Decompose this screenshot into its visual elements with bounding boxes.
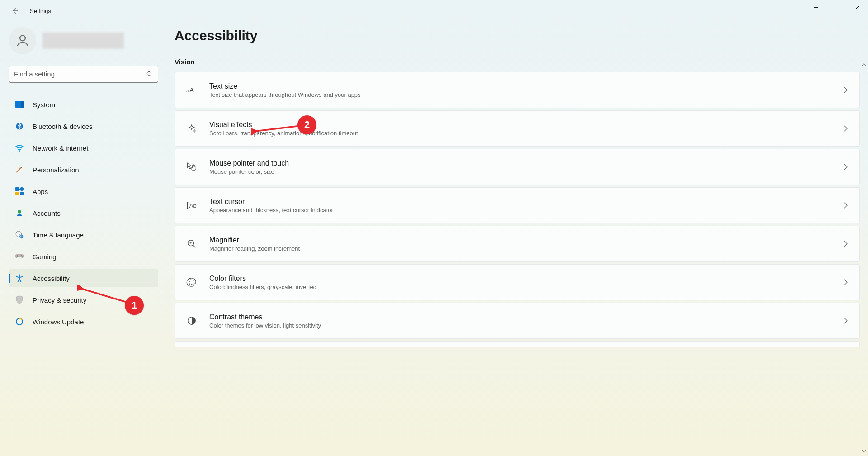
clock-globe-icon [14, 230, 24, 240]
magnifier-icon [186, 238, 198, 250]
settings-cards: AA Text size Text size that appears thro… [175, 72, 860, 347]
card-text: Color filters Colorblindness filters, gr… [209, 275, 843, 290]
sidebar-item-network[interactable]: Network & internet [9, 139, 158, 157]
close-button[interactable] [847, 0, 868, 14]
svg-text:A: A [189, 86, 194, 94]
svg-rect-0 [814, 7, 818, 8]
minimize-icon [813, 5, 819, 10]
palette-icon [186, 276, 198, 288]
card-mouse-pointer[interactable]: Mouse pointer and touch Mouse pointer co… [175, 149, 860, 185]
chevron-right-icon [843, 240, 849, 247]
sidebar-item-label: System [33, 101, 55, 109]
contrast-icon [186, 315, 198, 327]
chevron-right-icon [843, 125, 849, 132]
cursor-hand-icon [186, 161, 198, 173]
card-text: Text size Text size that appears through… [209, 82, 843, 98]
annotation-arrow-2 [251, 122, 305, 136]
card-title: Text cursor [209, 198, 843, 206]
sidebar-item-windows-update[interactable]: Windows Update [9, 313, 158, 331]
sidebar-item-personalization[interactable]: Personalization [9, 161, 158, 179]
minimize-button[interactable] [806, 0, 826, 14]
sidebar-item-bluetooth[interactable]: Bluetooth & devices [9, 117, 158, 135]
text-size-icon: AA [186, 84, 198, 96]
svg-text:A: A [186, 89, 189, 93]
back-button[interactable] [10, 5, 21, 16]
chevron-right-icon [843, 163, 849, 171]
svg-point-10 [22, 256, 23, 257]
card-text: Magnifier Magnifier reading, zoom increm… [209, 236, 843, 252]
chevron-right-icon [843, 279, 849, 286]
chevron-right-icon [843, 86, 849, 94]
svg-point-9 [21, 255, 22, 256]
scroll-down-button[interactable] [862, 449, 866, 453]
svg-point-11 [19, 275, 20, 276]
card-desc: Magnifier reading, zoom increment [209, 245, 843, 252]
sidebar-item-label: Network & internet [33, 144, 88, 152]
shield-icon [14, 295, 24, 305]
arrow-left-icon [11, 7, 19, 15]
svg-point-6 [18, 210, 21, 214]
card-desc: Appearance and thickness, text cursor in… [209, 207, 843, 214]
window-controls [806, 0, 868, 14]
close-icon [855, 5, 860, 10]
svg-point-3 [147, 71, 151, 76]
card-color-filters[interactable]: Color filters Colorblindness filters, gr… [175, 264, 860, 300]
card-text: Mouse pointer and touch Mouse pointer co… [209, 159, 843, 175]
page-title: Accessibility [175, 28, 860, 43]
svg-point-15 [189, 131, 189, 132]
card-text-size[interactable]: AA Text size Text size that appears thro… [175, 72, 860, 108]
card-contrast-themes[interactable]: Contrast themes Color themes for low vis… [175, 303, 860, 339]
apps-icon [14, 186, 24, 196]
sidebar-item-label: Gaming [33, 253, 57, 261]
chevron-right-icon [843, 202, 849, 209]
sidebar-item-label: Personalization [33, 166, 79, 174]
sidebar-item-label: Apps [33, 188, 48, 195]
card-title: Text size [209, 82, 843, 90]
search-box[interactable] [9, 66, 158, 83]
paintbrush-icon [14, 165, 24, 175]
bluetooth-icon [14, 121, 24, 131]
sidebar-item-label: Accounts [33, 209, 61, 217]
card-text-cursor[interactable]: Ab Text cursor Appearance and thickness,… [175, 187, 860, 223]
system-icon [14, 100, 24, 109]
section-title: Vision [175, 58, 860, 66]
card-magnifier[interactable]: Magnifier Magnifier reading, zoom increm… [175, 226, 860, 262]
main-content: Accessibility Vision AA Text size Text s… [175, 28, 860, 456]
sidebar-item-label: Time & language [33, 231, 84, 239]
app-title: Settings [30, 8, 51, 14]
sidebar-item-apps[interactable]: Apps [9, 182, 158, 200]
scroll-up-button[interactable] [862, 62, 866, 67]
account-row[interactable] [9, 25, 167, 57]
avatar [9, 27, 36, 54]
card-desc: Mouse pointer color, size [209, 168, 843, 175]
sidebar-item-accessibility[interactable]: Accessibility [9, 269, 158, 287]
account-icon [14, 208, 24, 218]
search-icon [146, 71, 153, 78]
card-title: Color filters [209, 275, 843, 283]
card-desc: Colorblindness filters, grayscale, inver… [209, 284, 843, 290]
update-icon [14, 317, 24, 327]
search-input[interactable] [14, 70, 146, 78]
sidebar-item-system[interactable]: System [9, 95, 158, 114]
sidebar-item-time-language[interactable]: Time & language [9, 226, 158, 244]
svg-rect-1 [835, 5, 839, 10]
card-desc: Color themes for low vision, light sensi… [209, 322, 843, 329]
username-redacted [42, 33, 124, 49]
card-desc: Text size that appears throughout Window… [209, 91, 843, 98]
sidebar-item-accounts[interactable]: Accounts [9, 204, 158, 222]
svg-point-19 [190, 279, 191, 280]
svg-point-21 [189, 283, 190, 284]
svg-point-2 [20, 35, 25, 41]
titlebar: Settings [0, 0, 868, 22]
sparkle-icon [186, 123, 198, 134]
sidebar-item-label: Bluetooth & devices [33, 123, 93, 130]
card-text: Contrast themes Color themes for low vis… [209, 313, 843, 329]
gamepad-icon [14, 252, 24, 261]
card-partial-next[interactable] [175, 341, 860, 347]
annotation-arrow-1 [77, 285, 131, 308]
sidebar-item-gaming[interactable]: Gaming [9, 247, 158, 266]
maximize-button[interactable] [826, 0, 847, 14]
svg-text:Ab: Ab [189, 202, 197, 209]
card-title: Contrast themes [209, 313, 843, 321]
card-title: Magnifier [209, 236, 843, 244]
